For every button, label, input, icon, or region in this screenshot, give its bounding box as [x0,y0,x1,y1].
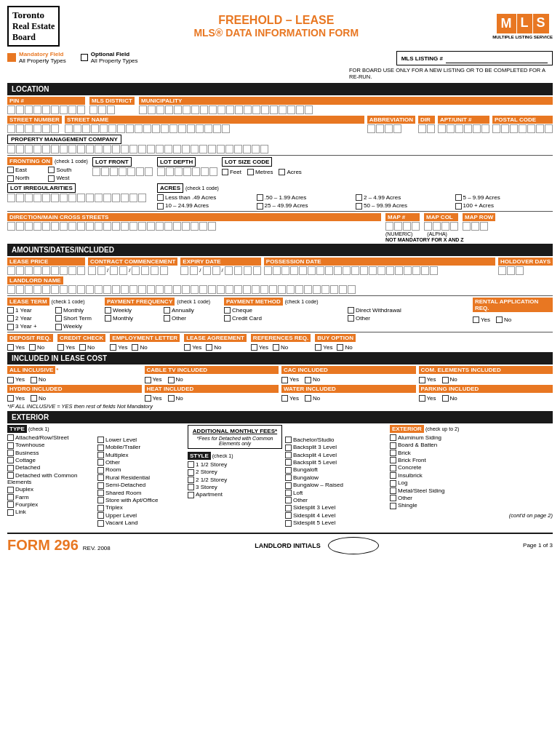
comm-opt4[interactable]: Bungaloft [285,466,387,473]
type-opt9[interactable]: Link [7,509,95,515]
hydro-yes[interactable]: Yes [7,395,25,402]
comm-opt10[interactable]: Sidesplit 4 Level [285,512,387,519]
comm-opt6[interactable]: Bungalow – Raised [285,482,387,488]
parking-no[interactable]: No [442,395,457,402]
fronting-east[interactable]: East [7,167,47,173]
ext-opt3[interactable]: Brick Front [390,457,553,463]
acres-opt3[interactable]: 5 – 9.99 Acres [455,194,553,201]
ext-opt7[interactable]: Metal/Steel Siding [390,487,553,494]
cac-yes[interactable]: Yes [281,376,299,383]
fronting-north[interactable]: North [7,175,47,181]
term-monthly[interactable]: Monthly [55,307,102,314]
type2-opt8[interactable]: Store with Apt/Office [97,497,185,503]
comm-opt8[interactable]: Other [285,497,387,503]
comm-opt11[interactable]: Sidesplit 5 Level [285,519,387,526]
comm-opt9[interactable]: Sidesplit 3 Level [285,504,387,511]
ext-opt0[interactable]: Aluminum Siding [390,434,553,441]
cable-yes[interactable]: Yes [145,376,162,383]
style-opt1[interactable]: 2 Storey [188,469,282,475]
method-cheque[interactable]: Cheque [224,307,346,314]
ext-opt8[interactable]: Other [390,495,553,501]
style-opt4[interactable]: Apartment [188,491,282,498]
com-no[interactable]: No [442,376,457,383]
lease-agree-no[interactable]: No [206,344,221,351]
type2-opt9[interactable]: Triplex [97,504,185,511]
type-opt3[interactable]: Cottage [7,457,95,463]
acres-opt0[interactable]: Less than .49 Acres [157,194,255,201]
type-opt5[interactable]: Detached with Common Elements [7,472,95,485]
rental-no[interactable]: No [496,316,511,323]
freq-weekly[interactable]: Weekly [105,307,162,314]
type-opt2[interactable]: Business [7,450,95,456]
lease-agree-yes[interactable]: Yes [184,344,201,351]
lot-size-acres[interactable]: Acres [279,169,301,175]
comm-opt1[interactable]: Backsplit 3 Level [285,444,387,450]
employ-yes[interactable]: Yes [110,344,127,351]
freq-other[interactable]: Other [164,315,221,322]
comm-opt5[interactable]: Bungalow [285,474,387,481]
type2-opt10[interactable]: Upper Level [97,512,185,519]
heat-yes[interactable]: Yes [145,395,162,402]
ext-opt2[interactable]: Brick [390,450,553,456]
type2-opt4[interactable]: Room [97,466,185,473]
rental-yes[interactable]: Yes [473,316,490,323]
all-incl-no[interactable]: No [31,376,46,383]
term-1year[interactable]: 1 Year [7,307,54,314]
type-opt7[interactable]: Farm [7,494,95,501]
landlord-initials-oval[interactable] [328,537,379,554]
ref-no[interactable]: No [273,344,288,351]
lot-size-metres[interactable]: Metres [247,169,273,175]
ref-yes[interactable]: Yes [251,344,268,351]
acres-opt7[interactable]: 100 + Acres [455,202,553,209]
hydro-no[interactable]: No [31,395,46,402]
deposit-yes[interactable]: Yes [7,344,25,351]
water-no[interactable]: No [305,395,320,402]
ext-opt5[interactable]: Insulbrick [390,472,553,479]
type2-opt1[interactable]: Mobile/Trailer [97,444,185,450]
type-opt6[interactable]: Duplex [7,486,95,493]
type-opt1[interactable]: Townhouse [7,442,95,448]
acres-opt1[interactable]: .50 – 1.99 Acres [257,194,355,201]
com-yes[interactable]: Yes [419,376,436,383]
type-opt8[interactable]: Fourplex [7,501,95,508]
employ-no[interactable]: No [132,344,147,351]
comm-opt7[interactable]: Loft [285,490,387,496]
ext-opt9[interactable]: Shingle [390,502,553,509]
type2-opt3[interactable]: Other [97,459,185,466]
type2-opt6[interactable]: Semi-Detached [97,482,185,488]
acres-opt5[interactable]: 25 – 49.99 Acres [257,202,355,209]
freq-annually[interactable]: Annually [164,307,221,314]
credit-yes[interactable]: Yes [57,344,75,351]
ext-opt6[interactable]: Log [390,479,553,486]
cable-no[interactable]: No [168,376,183,383]
ext-opt1[interactable]: Board & Batten [390,442,553,448]
style-opt2[interactable]: 2 1/2 Storey [188,477,282,483]
comm-opt3[interactable]: Backsplit 5 Level [285,459,387,466]
all-incl-yes[interactable]: Yes [7,376,25,383]
type-opt0[interactable]: Attached/Row/Street [7,434,95,441]
type2-opt7[interactable]: Shared Room [97,490,185,496]
term-shortterm[interactable]: Short Term [55,315,102,322]
cac-no[interactable]: No [305,376,320,383]
comm-opt0[interactable]: Bachelor/Studio [285,437,387,443]
style-opt0[interactable]: 1 1/2 Storey [188,461,282,468]
fronting-south[interactable]: South [48,167,87,173]
method-other[interactable]: Other [348,315,470,322]
deposit-no[interactable]: No [29,344,44,351]
credit-no[interactable]: No [79,344,95,351]
mls-listing-field[interactable] [446,53,548,63]
acres-opt2[interactable]: 2 – 4.99 Acres [356,194,454,201]
type2-opt5[interactable]: Rural Residential [97,474,185,481]
type-opt4[interactable]: Detached [7,464,95,471]
heat-no[interactable]: No [168,395,183,402]
term-2year[interactable]: 2 Year [7,315,54,322]
type2-opt0[interactable]: Lower Level [97,437,185,443]
acres-opt4[interactable]: 10 – 24.99 Acres [157,202,255,209]
ext-opt4[interactable]: Concrete [390,464,553,471]
lot-size-feet[interactable]: Feet [222,169,241,175]
acres-opt6[interactable]: 50 – 99.99 Acres [356,202,454,209]
comm-opt2[interactable]: Backsplit 4 Level [285,452,387,458]
style-opt3[interactable]: 3 Storey [188,484,282,490]
term-weekly[interactable]: Weekly [55,323,102,330]
freq-monthly[interactable]: Monthly [105,315,162,322]
